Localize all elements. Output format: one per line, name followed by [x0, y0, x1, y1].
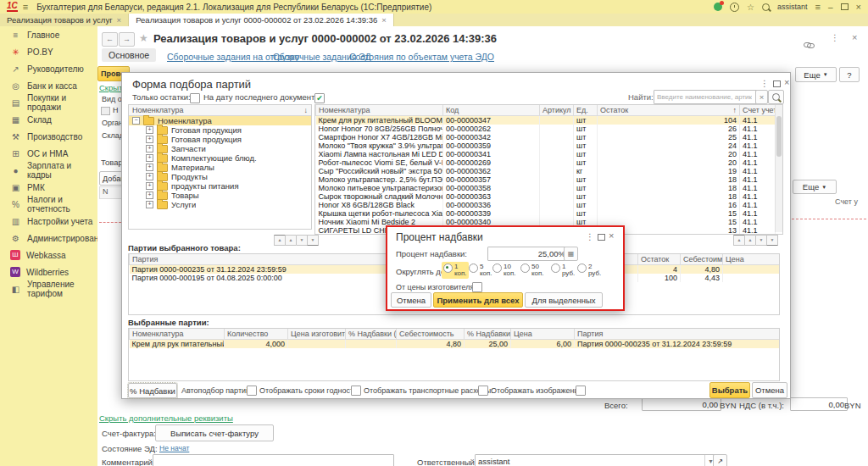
get-link-icon[interactable]: [804, 42, 812, 47]
sidebar-item-gear[interactable]: ⚙Администрирование: [0, 230, 97, 247]
expand-icon[interactable]: +: [146, 182, 153, 190]
dialog-close-icon[interactable]: ×: [609, 230, 614, 241]
sidebar-item-tax[interactable]: %Налоги и отчетность: [0, 196, 97, 213]
sidebar-item-fab[interactable]: ⚒Производство: [0, 128, 97, 145]
item-row[interactable]: Крышка щетки робот-пылесоса Xiaomi Mi Ro…: [316, 209, 776, 218]
column-header[interactable]: Цена изготовителя: [288, 329, 346, 340]
link-edo-states[interactable]: Состояния по объектам учета ЭДО: [349, 52, 494, 62]
window-tab[interactable]: Реализация товаров и услуг 0000-000002 о…: [129, 14, 394, 26]
item-row[interactable]: Молоко питьевое ультрапастеризованное Мо…: [316, 184, 776, 192]
item-row[interactable]: Сырок творожный сладкий Молочный Мир с и…: [316, 192, 776, 201]
item-row[interactable]: Honor X8 6GB/128GB Black00-00000336шт164…: [316, 201, 776, 209]
items-scrollbar[interactable]: [775, 105, 782, 232]
expand-icon[interactable]: +: [146, 126, 153, 134]
round-option-2-руб[interactable]: 2руб.: [577, 264, 601, 277]
last-doc-checkbox[interactable]: ✔: [314, 93, 325, 103]
sidebar-item-cart[interactable]: ▤Покупки и продажи: [0, 94, 97, 111]
maximize-icon[interactable]: [841, 3, 849, 10]
item-row[interactable]: Молоко "Твоя кружка" 3.9% ультрапастер. …: [316, 141, 776, 150]
hide-additional-link[interactable]: Скрыть дополнительные реквизиты: [99, 413, 233, 423]
ed-state-link[interactable]: Не начат: [159, 444, 189, 452]
collapse-icon[interactable]: −: [132, 117, 140, 125]
back-button[interactable]: ←: [102, 32, 118, 47]
sidebar-item-os[interactable]: ⊞ОС и НМА: [0, 145, 97, 162]
sidebar-item-wh[interactable]: ▦Склад: [0, 111, 97, 128]
sidebar-item-tar[interactable]: ◧Управление тарифом: [0, 280, 97, 297]
maker-price-checkbox[interactable]: [472, 282, 482, 292]
sidebar-item-bank[interactable]: ◎Банк и касса: [0, 77, 97, 94]
column-header[interactable]: Счет учета: [740, 105, 776, 116]
open-responsible-icon[interactable]: ↗: [713, 454, 727, 466]
help-button[interactable]: ?: [839, 67, 860, 82]
column-header[interactable]: Номенклатура: [316, 105, 443, 116]
window-tab[interactable]: Реализация товаров и услуг×: [0, 14, 129, 26]
images-checkbox[interactable]: [576, 386, 586, 396]
markup-cancel-button[interactable]: Отмена: [391, 292, 431, 308]
column-header[interactable]: Цена: [511, 329, 575, 340]
tree-item[interactable]: +Услуги: [129, 200, 311, 209]
tree-header[interactable]: Номенклатура ↓: [129, 105, 311, 116]
expand-icon[interactable]: +: [146, 145, 153, 153]
auto-batch-checkbox[interactable]: [247, 386, 257, 396]
tab-osnovnoe[interactable]: Основное: [102, 48, 156, 62]
round-option-10-коп[interactable]: 10коп.: [492, 264, 516, 277]
item-row[interactable]: Honor Honor 70 8GB/256GB Полночный черны…: [316, 125, 776, 133]
close-icon[interactable]: ×: [856, 2, 861, 12]
expand-icon[interactable]: +: [146, 136, 153, 143]
tab-close-icon[interactable]: ×: [117, 15, 122, 25]
expand-icon[interactable]: +: [146, 154, 153, 162]
move-bottom-icon[interactable]: ▼: [766, 235, 778, 246]
dialog-maximize-icon[interactable]: [598, 234, 605, 241]
item-row[interactable]: Крем для рук питательный BLOOM cosmetics…: [316, 116, 776, 125]
round-option-1-коп[interactable]: 1коп.: [442, 262, 469, 279]
column-header[interactable]: % Надбавки: [465, 329, 511, 340]
write-invoice-button[interactable]: Выписать счет-фактуру: [155, 424, 274, 441]
find-input[interactable]: Введите наименование, артикул или код: [654, 90, 760, 104]
move-down-icon[interactable]: ▼: [755, 235, 767, 246]
dialog-cancel-button[interactable]: Отмена: [752, 382, 787, 398]
comment-input[interactable]: [153, 454, 394, 466]
document-more-button[interactable]: Еще▼: [795, 67, 837, 82]
item-row[interactable]: Xiaomi Лампа настольная Mi LED Desk Lamp…: [316, 150, 776, 158]
column-header[interactable]: Остаток: [638, 254, 681, 265]
item-row[interactable]: Молоко ультрапастер. 2,5% бут.ПЭТ 1,45л …: [316, 175, 776, 184]
search-button[interactable]: [768, 90, 784, 104]
expand-icon[interactable]: +: [146, 173, 153, 180]
column-header[interactable]: Себестоимость: [397, 329, 465, 340]
dialog-maximize-icon[interactable]: [773, 80, 781, 87]
vat-field[interactable]: 0,00: [790, 397, 848, 411]
sidebar-item-wk[interactable]: ШWebkassa: [0, 247, 97, 264]
expand-icon[interactable]: +: [146, 164, 153, 171]
expiry-checkbox[interactable]: [351, 386, 361, 396]
round-option-1-руб[interactable]: 1руб.: [551, 264, 575, 277]
forward-button[interactable]: →: [119, 32, 135, 47]
document-close-icon[interactable]: ×: [852, 32, 857, 42]
column-header[interactable]: Количество: [225, 329, 288, 340]
only-rest-checkbox[interactable]: [190, 93, 200, 103]
move-up-icon[interactable]: ▲: [285, 235, 297, 246]
responsible-input[interactable]: assistant ▼: [475, 454, 717, 466]
sidebar-item-wb[interactable]: WWildberries: [0, 264, 97, 280]
scrollbar-thumb[interactable]: [776, 116, 782, 157]
item-row[interactable]: Сыр "Российский новый" экстра 50% (Скиде…: [316, 167, 776, 175]
calculator-icon[interactable]: ▦: [564, 247, 578, 261]
column-header[interactable]: Артикул: [540, 105, 574, 116]
service-menu-icon[interactable]: ≡: [815, 2, 821, 12]
favorite-star-icon[interactable]: ★: [139, 32, 148, 44]
main-menu-icon[interactable]: ≡: [23, 2, 28, 12]
expand-icon[interactable]: +: [146, 191, 153, 199]
history-icon[interactable]: [730, 3, 739, 12]
sidebar-item-rmk[interactable]: ▣РМК: [0, 179, 97, 196]
apply-all-button[interactable]: Применить для всех: [433, 292, 523, 308]
favorites-icon[interactable]: ☆: [747, 3, 754, 12]
dialog-more-icon[interactable]: ⋮: [760, 79, 769, 88]
sidebar-item-book[interactable]: ▥Настройки учета: [0, 213, 97, 230]
column-header[interactable]: % Надбавки (изг.): [346, 329, 397, 340]
transport-checkbox[interactable]: [478, 386, 488, 396]
column-header[interactable]: Код: [443, 105, 540, 116]
goods-tab-partial[interactable]: Товары: [101, 158, 121, 167]
search-icon[interactable]: [762, 3, 770, 11]
dialog-close-icon[interactable]: ×: [784, 77, 789, 87]
document-more-icon[interactable]: ⋮: [831, 33, 839, 42]
selected-batch-row[interactable]: Крем для рук питательный BLOOM cos...4,0…: [130, 340, 780, 349]
